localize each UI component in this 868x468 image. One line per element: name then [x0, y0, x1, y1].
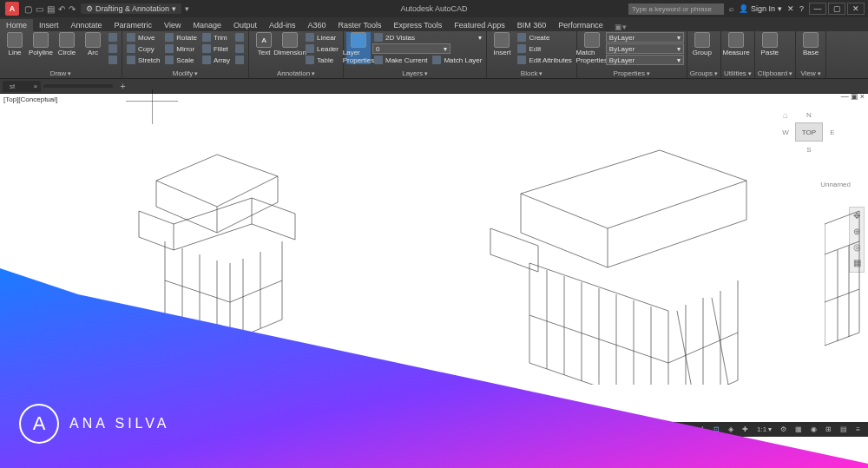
help-icon[interactable]: ?: [799, 4, 804, 13]
tab-featured[interactable]: Featured Apps: [448, 19, 511, 31]
match-layer-button[interactable]: Match Layer: [431, 55, 483, 65]
modify-extra2[interactable]: [233, 43, 246, 54]
move-button[interactable]: Move: [125, 32, 161, 43]
tab-parametric[interactable]: Parametric: [108, 19, 159, 31]
qat-save-icon[interactable]: ▤: [47, 4, 55, 14]
viewport-max-icon[interactable]: ▣: [851, 92, 858, 101]
viewport-label[interactable]: [Top][Conceptual]: [3, 96, 57, 103]
tab-output[interactable]: Output: [227, 19, 263, 31]
file-tab-drawing[interactable]: [43, 84, 113, 88]
group-button[interactable]: Group: [690, 32, 714, 56]
file-tab-start[interactable]: st ×: [3, 81, 41, 92]
tab-home[interactable]: Home: [0, 19, 33, 31]
exchange-icon[interactable]: ✕: [787, 4, 794, 13]
tab-bim360[interactable]: BIM 360: [511, 19, 553, 31]
draw-extra1[interactable]: [107, 32, 119, 43]
fillet-button[interactable]: Fillet: [201, 43, 232, 54]
panel-expand-icon[interactable]: ▾: [312, 70, 315, 77]
panel-expand-icon[interactable]: ▾: [647, 70, 650, 77]
linear-button[interactable]: Linear: [304, 32, 340, 43]
panel-expand-icon[interactable]: ▾: [714, 70, 718, 77]
match-properties-button[interactable]: Match Properties: [580, 32, 604, 64]
layer-dropdown[interactable]: 0▾: [372, 43, 450, 54]
trim-button[interactable]: Trim: [201, 32, 232, 43]
measure-button[interactable]: Measure: [724, 32, 748, 56]
rotate-button[interactable]: Rotate: [163, 32, 199, 43]
panel-expand-icon[interactable]: ▾: [818, 70, 821, 77]
copy-button[interactable]: Copy: [125, 43, 161, 54]
qat-open-icon[interactable]: ▭: [36, 4, 43, 14]
panel-expand-icon[interactable]: ▾: [194, 70, 198, 77]
tab-raster[interactable]: Raster Tools: [332, 19, 388, 31]
draw-extra2[interactable]: [107, 43, 119, 54]
leader-button[interactable]: Leader: [304, 43, 340, 54]
tab-manage[interactable]: Manage: [187, 19, 227, 31]
panel-expand-icon[interactable]: ▾: [789, 70, 792, 77]
circle-button[interactable]: Circle: [55, 32, 79, 56]
make-current-button[interactable]: Make Current: [372, 55, 429, 65]
qat-undo-icon[interactable]: ↶: [58, 4, 65, 14]
scale-button[interactable]: Scale: [163, 55, 199, 65]
tab-addins[interactable]: Add-ins: [263, 19, 302, 31]
close-icon[interactable]: ×: [34, 82, 38, 90]
arc-button[interactable]: Arc: [81, 32, 105, 56]
draw-extra3[interactable]: [107, 55, 119, 65]
tab-insert[interactable]: Insert: [33, 19, 65, 31]
line-button[interactable]: Line: [3, 32, 27, 56]
tab-focus-icon[interactable]: ▣▾: [615, 23, 627, 31]
home-icon[interactable]: ⌂: [776, 110, 795, 120]
edit-button[interactable]: Edit: [516, 43, 573, 54]
lineweight-dropdown[interactable]: ByLayer▾: [606, 43, 684, 54]
status-icon[interactable]: ◧: [681, 425, 693, 434]
customize-icon[interactable]: ≡: [853, 425, 863, 434]
status-icon[interactable]: ⊞: [823, 425, 834, 434]
color-dropdown[interactable]: ByLayer▾: [606, 32, 684, 43]
layer-state-dropdown[interactable]: 2D Vistas▾: [372, 32, 484, 43]
viewport-close-icon[interactable]: ×: [860, 92, 865, 101]
close-button[interactable]: ✕: [847, 3, 865, 15]
viewport-min-icon[interactable]: —: [841, 92, 849, 101]
paste-button[interactable]: Paste: [758, 32, 782, 56]
tab-annotate[interactable]: Annotate: [65, 19, 108, 31]
panel-expand-icon[interactable]: ▾: [68, 70, 71, 77]
status-icon[interactable]: ▦: [792, 425, 805, 434]
mirror-button[interactable]: Mirror: [163, 43, 199, 54]
modify-extra1[interactable]: [233, 32, 246, 43]
minimize-button[interactable]: —: [809, 3, 826, 15]
status-icon[interactable]: ✚: [740, 425, 751, 434]
status-icon[interactable]: ⊡: [711, 425, 722, 434]
array-button[interactable]: Array: [201, 55, 232, 65]
base-button[interactable]: Base: [799, 32, 823, 56]
modify-extra3[interactable]: [233, 55, 246, 65]
status-icon[interactable]: ▤: [838, 425, 850, 434]
signin-button[interactable]: 👤 Sign In ▾: [739, 4, 782, 13]
create-button[interactable]: Create: [516, 32, 573, 43]
table-button[interactable]: Table: [304, 55, 340, 65]
qat-new-icon[interactable]: ▢: [24, 4, 32, 14]
panel-expand-icon[interactable]: ▾: [424, 70, 428, 77]
qat-redo-icon[interactable]: ↷: [69, 4, 76, 14]
polyline-button[interactable]: Polyline: [29, 32, 53, 56]
workspace-dropdown[interactable]: ⚙ Drafting & Annotation ▾: [81, 3, 181, 14]
stretch-button[interactable]: Stretch: [125, 55, 161, 65]
tab-performance[interactable]: Performance: [552, 19, 609, 31]
tab-express[interactable]: Express Tools: [387, 19, 448, 31]
scale-dropdown[interactable]: 1:1 ▾: [754, 425, 774, 434]
edit-attributes-button[interactable]: Edit Attributes: [516, 55, 573, 65]
linetype-dropdown[interactable]: ByLayer▾: [606, 55, 684, 65]
search-input[interactable]: Type a keyword or phrase: [628, 3, 724, 15]
view-cube[interactable]: ⌂ N W TOP E S: [776, 107, 842, 157]
layer-properties-button[interactable]: Layer Properties: [346, 32, 371, 64]
infocenter-icon[interactable]: ⌕: [729, 4, 733, 13]
status-icon[interactable]: ⊕: [666, 425, 677, 434]
panel-expand-icon[interactable]: ▾: [539, 70, 542, 77]
insert-button[interactable]: Insert: [490, 32, 514, 56]
status-icon[interactable]: ∠: [696, 425, 707, 434]
status-icon[interactable]: ⚙: [778, 425, 789, 434]
maximize-button[interactable]: ▢: [828, 3, 845, 15]
tab-view[interactable]: View: [158, 19, 187, 31]
panel-expand-icon[interactable]: ▾: [748, 70, 752, 77]
text-button[interactable]: AText: [252, 32, 276, 56]
app-logo[interactable]: A: [5, 2, 19, 16]
tab-a360[interactable]: A360: [302, 19, 332, 31]
